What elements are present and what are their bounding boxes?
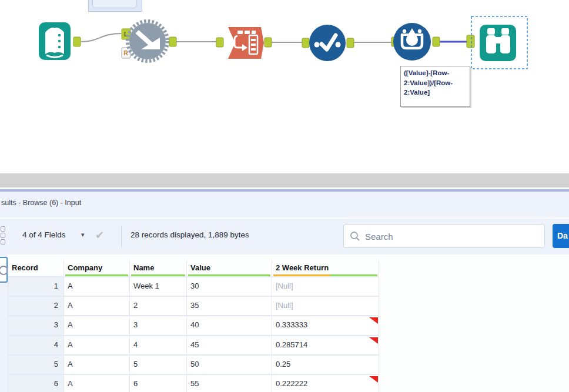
cell-name[interactable]: 2	[130, 296, 187, 315]
cell-name[interactable]: 4	[130, 335, 187, 354]
grid-icon[interactable]	[0, 226, 5, 246]
column-header-value[interactable]: Value	[187, 260, 272, 276]
output-anchor[interactable]	[347, 38, 354, 48]
warning-triangle-icon	[369, 376, 378, 383]
warning-triangle-icon	[369, 317, 378, 324]
cell-2-week-return[interactable]: [Null]	[272, 276, 379, 296]
cell-company[interactable]: A	[64, 296, 130, 315]
output-anchor[interactable]	[265, 38, 272, 47]
output-anchor[interactable]	[73, 37, 81, 46]
results-table[interactable]: RecordCompanyNameValue2 Week Return 1AWe…	[8, 260, 379, 392]
records-info: 28 records displayed, 1,889 bytes	[130, 230, 249, 239]
table-row[interactable]: 5A5500.25	[8, 354, 379, 374]
cell-company[interactable]: A	[64, 354, 130, 374]
cell-name[interactable]: 5	[130, 354, 187, 374]
cell-name[interactable]: Week 1	[130, 276, 187, 296]
data-button[interactable]: Da	[553, 224, 569, 248]
input-anchor[interactable]	[302, 38, 309, 48]
cell-name[interactable]: 3	[130, 315, 187, 334]
table-row[interactable]: 1AWeek 130[Null]	[8, 276, 379, 296]
results-panel-title: sults - Browse (6) - Input	[1, 199, 81, 207]
cell-value[interactable]: 55	[187, 374, 272, 392]
cell-2-week-return[interactable]: 0.285714	[272, 335, 379, 354]
cell-2-week-return[interactable]: [Null]	[272, 296, 379, 315]
cell-value[interactable]: 30	[187, 276, 272, 296]
cell-record[interactable]: 6	[8, 374, 64, 392]
column-header-label: Value	[190, 263, 210, 272]
cell-value[interactable]: 35	[187, 296, 272, 315]
select-tool[interactable]	[309, 25, 346, 61]
output-anchor[interactable]	[169, 37, 176, 46]
cell-company[interactable]: A	[64, 315, 130, 334]
warning-triangle-icon	[369, 337, 378, 344]
cell-company[interactable]: A	[64, 335, 130, 354]
chevron-down-icon[interactable]: ▾	[81, 231, 85, 239]
table-row[interactable]: 6A6550.222222	[8, 374, 379, 392]
cell-value[interactable]: 40	[187, 315, 272, 334]
search-box[interactable]	[343, 224, 545, 248]
column-header-label: 2 Week Return	[276, 263, 329, 272]
cell-value[interactable]: 50	[187, 354, 272, 374]
output-anchor[interactable]	[433, 37, 440, 46]
workflow-canvas[interactable]: L R	[0, 0, 569, 173]
browse-tool[interactable]	[480, 25, 516, 61]
table-row[interactable]: 4A4450.285714	[8, 335, 379, 354]
cell-company[interactable]: A	[64, 276, 130, 296]
cell-name[interactable]: 6	[130, 374, 187, 392]
column-header-record[interactable]: Record	[8, 260, 64, 276]
column-header-name[interactable]: Name	[130, 260, 187, 276]
annotation-line: 2:Value]	[404, 88, 467, 98]
cell-value[interactable]: 45	[187, 335, 272, 354]
annotation-line: 2:Value])/[Row-	[404, 78, 467, 88]
cell-record[interactable]: 2	[8, 296, 64, 315]
cell-record[interactable]: 1	[8, 276, 64, 296]
fields-dropdown[interactable]: 4 of 4 Fields	[22, 230, 66, 239]
column-header-company[interactable]: Company	[64, 260, 130, 276]
table-row[interactable]: 3A3400.333333	[8, 315, 379, 334]
column-header-label: Record	[12, 263, 38, 272]
anchor-label-R: R	[123, 50, 128, 56]
cell-2-week-return[interactable]: 0.333333	[272, 315, 379, 334]
multi-row-formula-tool[interactable]	[393, 23, 431, 61]
input-data-tool[interactable]	[39, 22, 71, 60]
tool-annotation[interactable]: ([Value]-[Row-2:Value])/[Row-2:Value]	[400, 66, 470, 107]
gear-pencil-tool[interactable]	[128, 21, 168, 61]
apply-check-icon[interactable]: ✔	[95, 229, 104, 242]
table-body: 1AWeek 130[Null]2A235[Null]3A3400.333333…	[8, 276, 379, 392]
table-row[interactable]: 2A235[Null]	[8, 296, 379, 315]
cell-2-week-return[interactable]: 0.25	[272, 354, 379, 374]
annotation-line: ([Value]-[Row-	[404, 68, 467, 78]
transpose-tool[interactable]	[228, 27, 264, 59]
wire-input-to-gear[interactable]	[81, 33, 121, 42]
search-icon	[350, 231, 360, 242]
divider	[0, 217, 569, 219]
cell-record[interactable]: 3	[8, 315, 64, 334]
cell-record[interactable]: 4	[8, 335, 64, 354]
input-anchor[interactable]	[216, 38, 223, 47]
cell-company[interactable]: A	[64, 374, 130, 392]
column-header-label: Company	[68, 263, 102, 272]
cell-2-week-return[interactable]: 0.222222	[272, 374, 379, 392]
divider	[121, 226, 122, 247]
viewer-toggle-button[interactable]	[0, 257, 8, 283]
column-header-label: Name	[133, 263, 154, 272]
input-anchor[interactable]	[467, 35, 474, 48]
panel-splitter[interactable]	[0, 173, 569, 187]
search-input[interactable]	[364, 225, 543, 249]
column-header-2-week-return[interactable]: 2 Week Return	[272, 260, 379, 276]
table-header-row: RecordCompanyNameValue2 Week Return	[8, 260, 379, 276]
cell-record[interactable]: 5	[8, 354, 64, 374]
viewer-toggle-icon	[0, 266, 8, 275]
